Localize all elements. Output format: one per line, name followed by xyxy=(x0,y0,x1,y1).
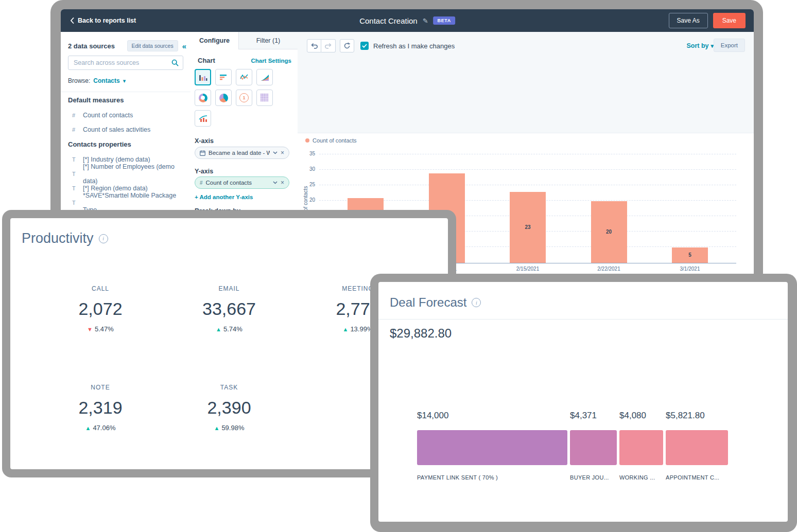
number-field-icon: # xyxy=(72,108,77,122)
chart-type-area-icon[interactable] xyxy=(256,69,273,85)
sidebar-field-item[interactable]: #Count of sales activities xyxy=(61,122,190,137)
chart-type-line-icon[interactable] xyxy=(236,69,252,85)
funnel-value-label: $4,371 xyxy=(570,411,597,421)
x-tick-label: 2/15/2021 xyxy=(505,266,551,272)
sort-by-dropdown[interactable]: Sort by xyxy=(686,42,714,49)
x-axis-field-pill[interactable]: Became a lead date - Weekly × xyxy=(195,147,289,159)
delta-up-icon: ▲ xyxy=(343,326,349,332)
text-field-icon: T xyxy=(72,167,77,181)
tab-filter[interactable]: Filter (1) xyxy=(239,32,298,49)
funnel-segment[interactable] xyxy=(619,430,663,465)
metric-label: TASK xyxy=(165,384,293,391)
chart-type-donut-icon[interactable] xyxy=(195,90,211,106)
chart-type-grid: 1 xyxy=(195,69,282,127)
funnel-segment[interactable] xyxy=(417,430,567,465)
app-header: Back to reports list Contact Creation BE… xyxy=(61,9,754,32)
edit-title-pencil-icon[interactable] xyxy=(423,17,428,25)
bar-value-label: 23 xyxy=(510,224,546,230)
funnel-segment[interactable] xyxy=(570,430,617,465)
sidebar-field-label: Count of sales activities xyxy=(83,122,150,137)
text-field-icon: T xyxy=(72,152,77,167)
text-field-icon: T xyxy=(72,181,77,196)
composite-screenshot: Back to reports list Contact Creation BE… xyxy=(0,0,797,532)
chart-settings-link[interactable]: Chart Settings xyxy=(251,58,291,64)
y-axis-label: Y-axis xyxy=(195,168,213,175)
metric-delta: ▼5.47% xyxy=(36,325,165,333)
metric-call: CALL2,072▼5.47% xyxy=(36,285,165,333)
sidebar-field-item[interactable]: T[*] Number of Employees (demo data) xyxy=(61,167,190,181)
report-title-group: Contact Creation BETA xyxy=(359,16,455,25)
delta-up-icon: ▲ xyxy=(214,425,220,431)
x-tick-label: 3/1/2021 xyxy=(667,266,713,272)
y-tick-label: 20 xyxy=(298,197,315,203)
chart-type-column-icon[interactable] xyxy=(195,69,211,85)
chart-type-bar-icon[interactable] xyxy=(215,69,232,85)
info-icon[interactable] xyxy=(472,298,481,307)
save-as-button[interactable]: Save As xyxy=(669,13,708,28)
add-another-y-axis-link[interactable]: + Add another Y-axis xyxy=(195,194,253,200)
source-field-list: Default measures#Count of contacts#Count… xyxy=(61,93,190,224)
undo-redo-group xyxy=(307,39,336,52)
funnel-stage-label: WORKING ... xyxy=(619,474,655,481)
beta-badge: BETA xyxy=(434,16,455,25)
y-tick-label: 25 xyxy=(298,182,315,187)
metric-row: NOTE2,319▲47.06%TASK2,390▲59.98% xyxy=(36,384,293,432)
funnel-value-label: $5,821.80 xyxy=(666,411,705,421)
y-tick-label: 35 xyxy=(298,151,315,156)
tab-configure[interactable]: Configure xyxy=(190,32,239,49)
funnel-segment[interactable] xyxy=(666,430,728,465)
panel-tabs: Configure Filter (1) xyxy=(190,32,298,49)
text-field-icon: T xyxy=(72,196,77,210)
browse-contacts-dropdown[interactable]: Contacts xyxy=(93,77,119,84)
metric-row: CALL2,072▼5.47%EMAIL33,667▲5.74%MEETING2… xyxy=(36,285,422,333)
chart-type-pie-icon[interactable] xyxy=(215,90,232,106)
collapse-sidebar-icon[interactable] xyxy=(182,42,186,50)
y-axis-value: Count of contacts xyxy=(206,180,270,186)
sidebar-section-title: Default measures xyxy=(61,93,190,108)
remove-y-axis-icon[interactable]: × xyxy=(281,179,284,186)
undo-button[interactable] xyxy=(307,39,321,52)
chart-type-combination-icon[interactable] xyxy=(195,110,211,127)
delta-up-icon: ▲ xyxy=(85,425,91,431)
chevron-down-icon[interactable] xyxy=(273,181,278,184)
refresh-checkbox[interactable] xyxy=(360,42,369,50)
metric-task: TASK2,390▲59.98% xyxy=(165,384,293,432)
x-tick-label: 2/22/2021 xyxy=(586,266,632,272)
deal-forecast-title: Deal Forecast xyxy=(390,295,466,310)
search-input[interactable] xyxy=(73,59,171,67)
funnel-value-label: $4,080 xyxy=(619,411,646,421)
divider xyxy=(378,319,788,320)
browse-label: Browse: xyxy=(68,77,90,84)
redo-button[interactable] xyxy=(321,39,336,52)
source-search-box[interactable] xyxy=(68,56,183,70)
legend-label: Count of contacts xyxy=(313,137,357,144)
export-button[interactable]: Export xyxy=(714,39,745,52)
metric-value: 2,390 xyxy=(165,398,293,418)
remove-x-axis-icon[interactable]: × xyxy=(281,149,284,156)
chart-type-summary-icon[interactable]: 1 xyxy=(236,90,252,106)
bar-value-label: 20 xyxy=(591,229,627,235)
funnel-stage-label: APPOINTMENT C... xyxy=(666,474,719,481)
back-to-reports-link[interactable]: Back to reports list xyxy=(70,17,136,24)
sidebar-field-item[interactable]: #Count of contacts xyxy=(61,108,190,122)
save-button[interactable]: Save xyxy=(713,13,746,28)
chart-type-table-icon[interactable] xyxy=(256,90,273,106)
metric-delta: ▲5.74% xyxy=(165,325,293,333)
edit-data-sources-button[interactable]: Edit data sources xyxy=(127,40,178,51)
chevron-down-icon[interactable] xyxy=(273,151,278,154)
chart-legend: Count of contacts xyxy=(305,137,357,144)
sidebar-field-item[interactable]: T*SAVE*Smarttel Mobile Package Type xyxy=(61,196,190,210)
metric-value: 2,072 xyxy=(36,299,165,319)
info-icon[interactable] xyxy=(99,234,108,243)
funnel-value-label: $14,000 xyxy=(417,411,448,421)
back-label: Back to reports list xyxy=(78,17,136,24)
y-axis-field-pill[interactable]: # Count of contacts × xyxy=(195,176,289,189)
sidebar-section-title: Contacts properties xyxy=(61,137,190,152)
metric-note: NOTE2,319▲47.06% xyxy=(36,384,165,432)
search-icon xyxy=(171,59,179,66)
metric-value: 2,319 xyxy=(36,398,165,418)
refresh-button[interactable] xyxy=(340,39,354,52)
y-tick-label: 30 xyxy=(298,166,315,172)
divider xyxy=(61,92,190,92)
refresh-checkbox-label: Refresh as I make changes xyxy=(373,42,455,50)
